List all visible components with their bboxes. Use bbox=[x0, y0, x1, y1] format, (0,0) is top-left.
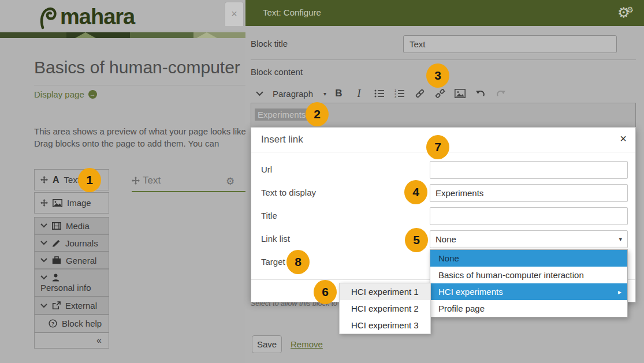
submenu-option-hci-experiment-1[interactable]: HCI experiment 1 bbox=[340, 283, 430, 300]
insert-link-button[interactable] bbox=[410, 85, 430, 102]
dialog-title: Text: Configure bbox=[263, 8, 321, 17]
svg-text:?: ? bbox=[51, 321, 54, 327]
personal-info-icon bbox=[52, 274, 59, 282]
modal-close-icon[interactable]: × bbox=[620, 132, 627, 145]
media-icon bbox=[52, 222, 61, 230]
move-icon[interactable] bbox=[132, 177, 140, 185]
caret-down-icon: ▾ bbox=[619, 235, 622, 243]
sidebar-collapse-button[interactable]: « bbox=[34, 332, 109, 349]
general-icon bbox=[52, 256, 61, 264]
image-icon bbox=[53, 199, 62, 207]
callout-badge-8: 8 bbox=[286, 250, 310, 274]
text-to-display-input[interactable] bbox=[430, 184, 628, 202]
text-to-display-label: Text to display bbox=[261, 188, 316, 197]
move-icon[interactable] bbox=[40, 176, 48, 184]
callout-badge-3: 3 bbox=[426, 63, 449, 88]
link-list-value: None bbox=[435, 234, 456, 244]
sidebar-category-general[interactable]: General bbox=[34, 252, 109, 269]
block-help-icon: ? bbox=[49, 319, 57, 328]
mahara-logo[interactable]: mahara bbox=[37, 3, 135, 30]
text-block-icon: A bbox=[53, 175, 59, 185]
sidebar-category-media[interactable]: Media bbox=[34, 217, 109, 234]
sidebar-item-label: Personal info bbox=[40, 283, 91, 293]
dialog-header: Text: Configure ⚙⚙ bbox=[245, 0, 644, 26]
preview-block-title: Text bbox=[143, 175, 161, 186]
paragraph-format-dropdown[interactable]: Paragraph ▾ bbox=[268, 85, 329, 102]
paragraph-label: Paragraph bbox=[273, 89, 313, 99]
toolbar-collapse-chevron-icon[interactable] bbox=[251, 85, 268, 102]
remove-link-button[interactable] bbox=[430, 85, 450, 102]
screen: mahara Basics of human-computer interact… bbox=[0, 0, 644, 363]
svg-text:3: 3 bbox=[394, 95, 396, 98]
sidebar-category-journals[interactable]: Journals bbox=[34, 234, 109, 252]
arrow-circle-icon: → bbox=[88, 90, 97, 99]
url-input[interactable] bbox=[430, 161, 628, 179]
chevron-down-icon bbox=[40, 258, 47, 263]
sidebar-item-image[interactable]: Image bbox=[34, 192, 109, 214]
editor-toolbar: Paragraph ▾ B I 123 bbox=[251, 84, 636, 103]
dialog-close-tab[interactable]: × bbox=[225, 2, 244, 26]
link-list-label: Link list bbox=[261, 234, 290, 244]
collapse-icon: « bbox=[96, 335, 102, 346]
callout-badge-6: 6 bbox=[314, 280, 337, 304]
sidebar-item-label: External bbox=[65, 301, 97, 310]
remove-link[interactable]: Remove bbox=[291, 339, 323, 349]
gears-icon: ⚙⚙ bbox=[617, 5, 637, 21]
sidebar-category-personal-info[interactable]: Personal info bbox=[34, 269, 109, 297]
callout-badge-2: 2 bbox=[306, 102, 329, 126]
display-page-link[interactable]: Display page → bbox=[34, 89, 97, 99]
sidebar-item-label: Text bbox=[64, 175, 80, 185]
sidebar-item-block-help[interactable]: ? Block help bbox=[34, 315, 109, 332]
dropdown-option-hci-experiments[interactable]: HCI experiments ▸ bbox=[430, 283, 627, 300]
redo-button[interactable] bbox=[490, 85, 511, 102]
submenu-option-hci-experiment-3[interactable]: HCI experiment 3 bbox=[340, 317, 430, 334]
target-label: Target bbox=[261, 257, 285, 267]
move-icon[interactable] bbox=[40, 199, 48, 207]
dropdown-option-profile-page[interactable]: Profile page bbox=[430, 300, 627, 317]
block-settings-gear-icon[interactable]: ⚙ bbox=[226, 175, 234, 188]
callout-badge-1: 1 bbox=[78, 168, 101, 192]
hci-experiments-submenu: HCI experiment 1 HCI experiment 2 HCI ex… bbox=[339, 283, 431, 334]
close-icon: × bbox=[231, 8, 237, 20]
preview-text-block[interactable]: Text bbox=[132, 175, 161, 186]
external-link-icon bbox=[52, 301, 61, 310]
sidebar-category-external[interactable]: External bbox=[34, 297, 109, 315]
submenu-arrow-icon: ▸ bbox=[618, 288, 621, 296]
journals-icon bbox=[52, 239, 61, 248]
page-intro: This area shows a preview of what your p… bbox=[34, 125, 248, 149]
numbered-list-button[interactable]: 123 bbox=[389, 85, 410, 102]
submenu-option-hci-experiment-2[interactable]: HCI experiment 2 bbox=[340, 300, 430, 317]
display-page-label: Display page bbox=[34, 89, 84, 99]
sidebar-item-label: Media bbox=[66, 221, 90, 231]
sidebar-item-label: Image bbox=[67, 198, 91, 208]
divider bbox=[251, 59, 636, 60]
bold-button[interactable]: B bbox=[329, 85, 349, 102]
selected-text: Experiments bbox=[255, 108, 308, 121]
block-title-input[interactable] bbox=[403, 35, 617, 53]
sidebar-item-label: Block help bbox=[62, 319, 102, 328]
intro-line-1: This area shows a preview of what your p… bbox=[34, 125, 248, 137]
block-title-label: Block title bbox=[251, 39, 288, 48]
url-label: Url bbox=[261, 164, 272, 174]
insert-image-button[interactable] bbox=[450, 85, 470, 102]
modal-title: Insert link bbox=[261, 134, 303, 145]
callout-badge-7: 7 bbox=[426, 135, 449, 159]
callout-badge-5: 5 bbox=[405, 228, 428, 252]
link-list-select[interactable]: None ▾ bbox=[430, 230, 628, 248]
save-button[interactable]: Save bbox=[252, 335, 282, 353]
dropdown-option-basics[interactable]: Basics of human-computer interaction bbox=[430, 267, 627, 283]
undo-button[interactable] bbox=[470, 85, 490, 102]
italic-button[interactable]: I bbox=[349, 85, 369, 102]
dropdown-option-none[interactable]: None bbox=[430, 250, 627, 267]
link-list-dropdown: None Basics of human-computer interactio… bbox=[430, 249, 628, 317]
logo-text: mahara bbox=[60, 5, 135, 28]
block-content-label: Block content bbox=[251, 67, 303, 77]
callout-badge-4: 4 bbox=[404, 180, 427, 204]
sidebar-item-label: Journals bbox=[65, 238, 98, 248]
title-input[interactable] bbox=[430, 207, 628, 225]
bullet-list-button[interactable] bbox=[369, 85, 389, 102]
preview-block-divider bbox=[132, 191, 245, 192]
sidebar-item-label: General bbox=[66, 256, 96, 265]
koru-icon bbox=[37, 3, 59, 30]
intro-line-2: Drag blocks onto the page to add them. Y… bbox=[34, 137, 248, 149]
